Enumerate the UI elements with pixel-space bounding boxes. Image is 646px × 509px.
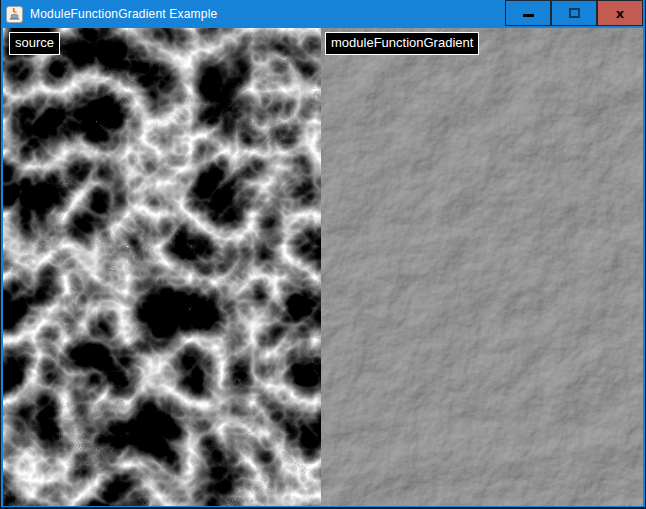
window-controls: x [505,0,643,26]
close-icon: x [616,7,624,20]
gradient-panel: moduleFunctionGradient [321,28,643,506]
gradient-label: moduleFunctionGradient [325,32,479,55]
content-area: source moduleFunctionGradient [3,28,643,506]
source-noise-image [3,28,321,506]
titlebar[interactable]: ModuleFunctionGradient Example x [1,0,645,28]
minimize-icon [523,14,534,17]
window-title: ModuleFunctionGradient Example [30,7,217,21]
source-panel: source [3,28,321,506]
maximize-icon [569,8,580,18]
app-window: ModuleFunctionGradient Example x [0,0,646,509]
close-button[interactable]: x [597,0,643,26]
source-label: source [9,32,60,55]
minimize-button[interactable] [505,0,551,26]
java-icon [6,6,23,23]
gradient-noise-image [321,28,643,506]
maximize-button[interactable] [551,0,597,26]
